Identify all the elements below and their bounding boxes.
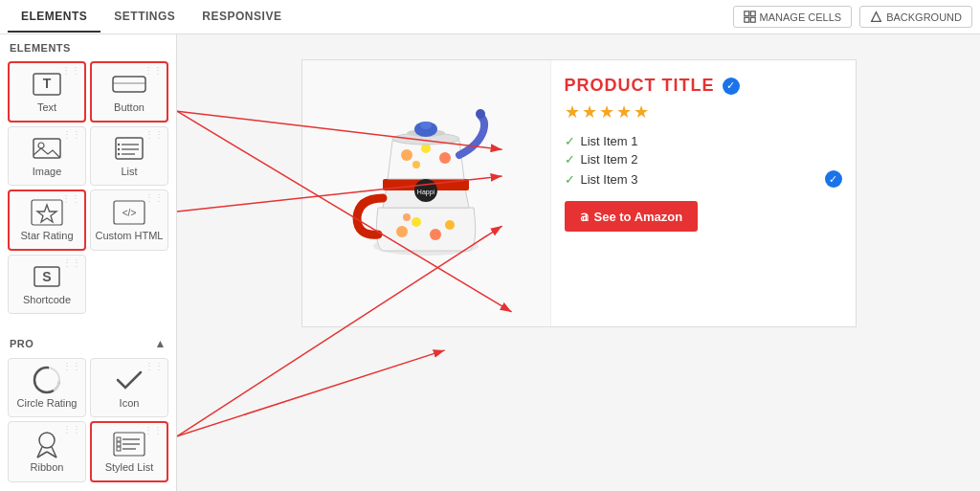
element-text[interactable]: ⋮⋮ T Text — [8, 61, 86, 123]
background-label: BACKGROUND — [886, 11, 962, 23]
svg-text:Happi: Happi — [417, 189, 435, 196]
drag-handle-button: ⋮⋮ — [144, 66, 163, 76]
list-item-3-row: ✓ List Item 3 ✓ — [565, 170, 842, 188]
shortcode-label: Shortcode — [23, 294, 71, 305]
drag-handle-ribbon: ⋮⋮ — [62, 425, 81, 435]
element-circle-rating[interactable]: ⋮⋮ Circle Rating — [8, 358, 86, 417]
manage-cells-button[interactable]: MANAGE CELLS — [733, 6, 853, 28]
drag-handle-text: ⋮⋮ — [61, 66, 80, 76]
svg-point-41 — [412, 217, 421, 227]
svg-point-48 — [439, 152, 451, 164]
ribbon-icon — [30, 431, 64, 458]
collapse-arrow-icon[interactable]: ▲ — [155, 337, 167, 350]
star-3: ★ — [599, 101, 614, 123]
element-styled-list[interactable]: ⋮⋮ Styled List — [90, 421, 168, 482]
svg-text:T: T — [43, 76, 52, 91]
background-button[interactable]: BACKGROUND — [859, 6, 972, 28]
svg-text:</>: </> — [122, 208, 137, 218]
element-star-rating[interactable]: ⋮⋮ Star Rating — [8, 190, 86, 251]
svg-rect-9 — [33, 139, 60, 158]
image-icon — [30, 135, 64, 162]
image-label: Image — [33, 166, 62, 177]
right-content: Happi PRODUCT TITLE ✓ ★ ★ ★ ★ ★ ✓ — [177, 34, 980, 491]
svg-rect-2 — [744, 17, 748, 22]
icon-label: Icon — [120, 397, 140, 409]
svg-point-17 — [118, 153, 120, 155]
element-shortcode[interactable]: ⋮⋮ S Shortcode — [8, 255, 86, 314]
styled-list-icon — [112, 431, 146, 458]
drag-handle-circle-rating: ⋮⋮ — [62, 362, 81, 371]
styled-list-label: Styled List — [105, 461, 154, 473]
drag-handle-shortcode: ⋮⋮ — [62, 258, 81, 268]
svg-rect-7 — [113, 77, 145, 92]
svg-point-10 — [38, 143, 44, 148]
svg-line-62 — [177, 350, 445, 436]
svg-point-49 — [412, 161, 420, 168]
drag-handle-list: ⋮⋮ — [145, 130, 164, 140]
svg-rect-0 — [744, 11, 748, 16]
svg-point-15 — [118, 144, 120, 145]
list-item-3-text: List Item 3 — [581, 172, 638, 187]
element-button[interactable]: ⋮⋮ Button — [90, 61, 168, 123]
list-item-1-row: ✓ List Item 1 — [565, 134, 842, 148]
svg-point-40 — [396, 226, 408, 237]
text-label: Text — [37, 101, 56, 113]
svg-marker-19 — [37, 205, 56, 222]
star-rating-icon — [30, 199, 64, 226]
svg-point-16 — [118, 148, 120, 150]
svg-point-54 — [420, 122, 432, 129]
tab-settings[interactable]: SETTINGS — [100, 2, 189, 33]
title-check-circle: ✓ — [723, 78, 740, 95]
svg-rect-1 — [750, 11, 755, 16]
pro-elements-grid: ⋮⋮ Circle Rating ⋮⋮ Icon ⋮⋮ — [0, 354, 176, 486]
product-title-row: PRODUCT TITLE ✓ — [565, 76, 842, 96]
svg-point-44 — [403, 213, 411, 221]
circle-rating-icon — [30, 367, 64, 393]
product-image-area: Happi — [302, 60, 551, 326]
svg-rect-36 — [117, 437, 121, 441]
list-icon — [112, 135, 146, 162]
product-image: Happi — [330, 83, 522, 303]
amazon-button[interactable]: 𝕒 See to Amazon — [565, 201, 699, 232]
svg-point-46 — [401, 149, 412, 161]
toolbar-right: MANAGE CELLS BACKGROUND — [733, 6, 972, 28]
elements-section-label: ELEMENTS — [0, 34, 176, 57]
top-bar: ELEMENTS SETTINGS RESPONSIVE MANAGE CELL… — [0, 0, 980, 34]
element-icon[interactable]: ⋮⋮ Icon — [90, 358, 168, 417]
svg-rect-37 — [117, 442, 121, 446]
list-label: List — [121, 166, 137, 177]
tab-elements[interactable]: ELEMENTS — [8, 2, 100, 33]
drag-handle-styled-list: ⋮⋮ — [144, 426, 163, 435]
svg-point-50 — [476, 109, 485, 119]
svg-rect-3 — [750, 17, 755, 22]
circle-rating-label: Circle Rating — [17, 397, 78, 409]
ribbon-label: Ribbon — [31, 461, 64, 473]
element-custom-html[interactable]: ⋮⋮ </> Custom HTML — [90, 190, 168, 251]
element-list[interactable]: ⋮⋮ List — [90, 126, 168, 186]
checkmark-1: ✓ — [565, 134, 575, 148]
amazon-btn-label: See to Amazon — [594, 210, 683, 224]
list-item-2-text: List Item 2 — [581, 152, 638, 167]
tab-responsive[interactable]: RESPONSIVE — [189, 2, 295, 33]
main-layout: ELEMENTS ⋮⋮ T Text ⋮⋮ Button ⋮⋮ — [0, 34, 980, 491]
icon-element-icon — [112, 367, 146, 393]
star-rating-label: Star Rating — [20, 230, 73, 241]
list-item-3-check-circle: ✓ — [825, 170, 842, 188]
text-icon: T — [30, 71, 64, 98]
drag-handle-custom-html: ⋮⋮ — [145, 193, 164, 203]
element-ribbon[interactable]: ⋮⋮ Ribbon — [8, 421, 86, 482]
manage-cells-label: MANAGE CELLS — [760, 11, 842, 23]
drag-handle-icon: ⋮⋮ — [145, 362, 164, 371]
svg-text:S: S — [42, 269, 51, 284]
button-icon — [112, 71, 146, 98]
svg-rect-11 — [116, 138, 143, 159]
button-label: Button — [114, 101, 145, 113]
pro-section: PRO ▲ ⋮⋮ Circle Rating ⋮⋮ — [0, 329, 176, 491]
elements-grid: ⋮⋮ T Text ⋮⋮ Button ⋮⋮ Image — [0, 57, 176, 318]
svg-point-27 — [39, 433, 55, 448]
shortcode-icon: S — [30, 263, 64, 290]
element-image[interactable]: ⋮⋮ Image — [8, 126, 86, 186]
stars-row: ★ ★ ★ ★ ★ — [565, 101, 842, 123]
amazon-icon: 𝕒 — [580, 209, 589, 224]
drag-handle-star-rating: ⋮⋮ — [61, 194, 80, 204]
